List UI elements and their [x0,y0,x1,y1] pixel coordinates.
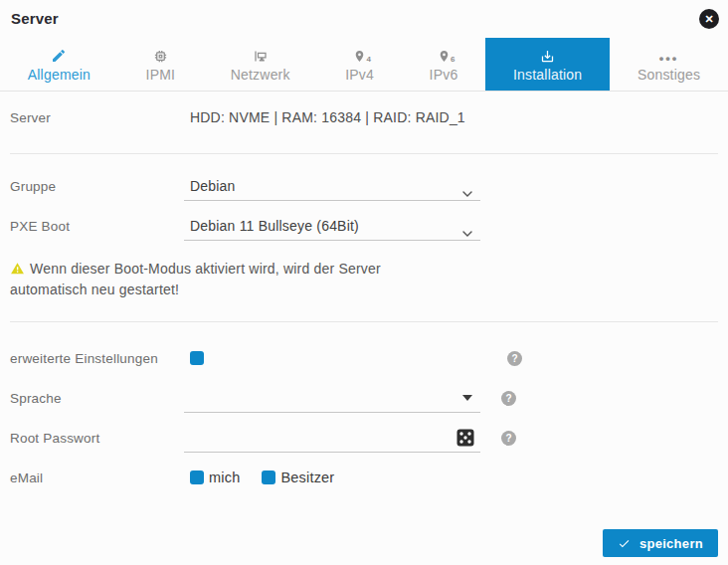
email-row: eMail mich Besitzer [10,458,718,497]
email-mich-checkbox[interactable] [190,471,204,484]
location-pin-icon: 4 [353,47,366,64]
erweiterte-einstellungen-checkbox[interactable] [190,351,204,365]
tab-ipv4[interactable]: 4 IPv4 [317,38,401,91]
save-button[interactable]: speichern [603,529,718,557]
root-passwort-input[interactable] [184,418,480,458]
reboot-warning: Wenn dieser Boot-Modus aktiviert wird, w… [10,259,440,300]
dialog-header: Server ✕ [0,0,728,38]
help-icon[interactable]: ? [501,431,516,446]
divider [10,153,718,154]
dialog-footer: speichern [10,529,718,557]
email-besitzer-option[interactable]: Besitzer [262,470,334,485]
tab-sonstiges[interactable]: ••• Sonstiges [610,38,728,91]
gruppe-label: Gruppe [10,179,184,194]
tab-netzwerk[interactable]: Netzwerk [203,38,318,91]
divider [10,321,718,322]
server-dialog: Server ✕ Allgemein IPMI Netzwerk 4 [0,0,728,565]
warning-text: Wenn dieser Boot-Modus aktiviert wird, w… [10,261,381,297]
help-icon[interactable]: ? [507,351,522,366]
root-passwort-row: Root Passwort ? [10,418,718,458]
tab-allgemein[interactable]: Allgemein [0,38,118,91]
tab-label: Installation [513,67,582,83]
pxe-boot-selected-value: Debian 11 Bullseye (64Bit) [184,218,359,234]
input-underline [184,452,480,453]
chevron-down-icon [462,223,472,241]
location-pin-icon: 6 [438,47,451,64]
pxe-boot-label: PXE Boot [10,219,184,234]
ellipsis-icon: ••• [659,47,679,64]
tab-label: Netzwerk [231,67,290,83]
warning-icon [10,262,25,276]
download-icon [540,47,555,64]
tab-label: IPv4 [345,67,374,83]
email-besitzer-label: Besitzer [280,470,334,485]
server-info-row: Server HDD: NVME | RAM: 16384 | RAID: RA… [10,95,718,139]
tab-ipv6[interactable]: 6 IPv6 [402,38,485,91]
server-info-value: HDD: NVME | RAM: 16384 | RAID: RAID_1 [184,109,465,125]
tab-installation[interactable]: Installation [485,38,610,91]
network-card-icon [253,47,269,64]
sprache-row: Sprache ? [10,378,718,418]
pxe-boot-row: PXE Boot Debian 11 Bullseye (64Bit) [10,206,718,246]
email-mich-label: mich [209,470,240,485]
root-passwort-label: Root Passwort [10,431,184,446]
dialog-title: Server [11,10,59,27]
tab-label: IPv6 [430,67,458,83]
server-info-label: Server [10,110,184,125]
chevron-down-icon [462,183,472,201]
tab-label: IPMI [146,67,176,83]
email-label: eMail [10,471,184,485]
email-checkbox-group: mich Besitzer [184,470,334,485]
input-underline [184,412,480,413]
gruppe-select[interactable]: Debian [184,166,480,206]
save-button-label: speichern [639,536,703,551]
input-underline [184,200,480,201]
tab-panel-installation: Server HDD: NVME | RAM: 16384 | RAID: RA… [0,95,728,557]
close-icon[interactable]: ✕ [699,9,719,29]
tab-ipmi[interactable]: IPMI [118,38,203,91]
tab-bar: Allgemein IPMI Netzwerk 4 IPv4 6 [0,38,728,92]
erweiterte-einstellungen-label: erweiterte Einstellungen [10,351,184,366]
chip-icon [153,47,168,64]
pxe-boot-select[interactable]: Debian 11 Bullseye (64Bit) [184,206,480,246]
email-besitzer-checkbox[interactable] [262,471,275,484]
check-icon [618,537,631,550]
pencil-icon [51,47,67,64]
pin-badge: 6 [451,55,455,64]
help-icon[interactable]: ? [501,391,516,406]
dice-icon[interactable] [456,429,474,447]
erweiterte-einstellungen-field [184,338,486,378]
gruppe-row: Gruppe Debian [10,166,718,206]
tab-label: Sonstiges [637,67,700,83]
tab-label: Allgemein [28,67,91,83]
erweiterte-einstellungen-row: erweiterte Einstellungen ? [10,338,718,378]
input-underline [184,240,480,241]
email-mich-option[interactable]: mich [190,470,240,485]
sprache-select[interactable] [184,378,480,418]
sprache-label: Sprache [10,391,184,406]
gruppe-selected-value: Debian [184,178,236,194]
pin-badge: 4 [367,55,372,64]
dropdown-arrow-icon [462,395,472,401]
